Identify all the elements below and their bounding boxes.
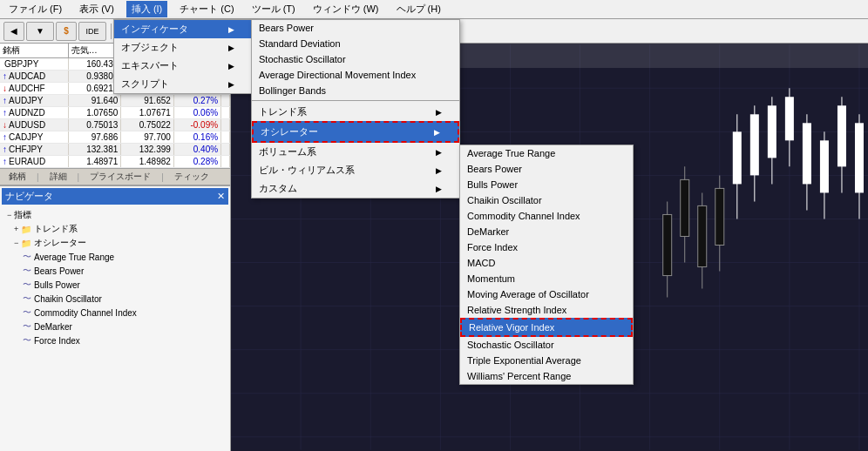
menu-window[interactable]: ウィンドウ (W) <box>308 1 384 17</box>
menu-tools[interactable]: ツール (T) <box>247 1 301 17</box>
folder-trend-icon: 📁 <box>21 225 31 234</box>
nav-item-demarker[interactable]: 〜 DeMarker <box>3 320 227 333</box>
toolbar: ◀ ▼ $ IDE 気配値表示: 04:43:18 <box>0 19 868 44</box>
cell-ask-5: 0.75022 <box>121 119 174 131</box>
cell-extra-2 <box>221 83 230 95</box>
cell-extra-1 <box>221 71 230 83</box>
svg-rect-30 <box>820 140 829 192</box>
svg-rect-42 <box>663 214 672 275</box>
nav-tree-trend[interactable]: + 📁 トレンド系 <box>3 222 227 236</box>
cell-bid-0: 160.434 <box>68 58 121 71</box>
nav-atr-label: Average True Range <box>34 252 114 262</box>
chart-bar-btn[interactable]: ▐ <box>316 47 336 64</box>
cell-symbol-3[interactable]: ↑AUDJPY <box>0 95 68 107</box>
tab-divider1: | <box>37 172 39 182</box>
svg-rect-24 <box>768 105 776 158</box>
toolbar-back-btn[interactable]: ◀ <box>3 22 24 41</box>
nav-tree-oscillator[interactable]: − 📁 オシレーター <box>3 236 227 250</box>
svg-rect-38 <box>698 205 707 266</box>
chart-area: 🔍 🔍 ⊞ ◀▶ ▐ <box>231 44 868 451</box>
cell-symbol-7[interactable]: ↑CHFJPY <box>0 144 68 156</box>
cell-ask-3: 91.652 <box>121 95 174 107</box>
svg-rect-32 <box>837 105 846 166</box>
tab-symbols[interactable]: 銘柄 <box>2 170 33 184</box>
nav-header: ナビゲータ ✕ <box>2 188 228 205</box>
chart-zoom-out-btn[interactable]: 🔍 <box>254 47 273 64</box>
chart-svg <box>231 44 868 451</box>
cell-symbol-4[interactable]: ↑AUDNZD <box>0 107 68 119</box>
cell-symbol-5[interactable]: ↓AUDUSD <box>0 119 68 131</box>
nav-item-atr[interactable]: 〜 Average True Range <box>3 250 227 264</box>
cell-ask-7: 132.399 <box>121 144 174 156</box>
cell-extra-4 <box>221 107 230 119</box>
cell-ask-2: 0.69237 <box>121 83 174 95</box>
nav-item-bulls[interactable]: 〜 Bulls Power <box>3 278 227 292</box>
toolbar-ide-btn[interactable]: IDE <box>78 22 106 41</box>
cell-ask-4: 1.07671 <box>121 107 174 119</box>
cell-symbol-0[interactable]: GBPJPY <box>0 58 68 71</box>
currency-table: 銘柄 売気… GBPJPY 160.434 ↑AUDCAD 0.93804 0.… <box>0 44 230 168</box>
col-change <box>173 44 220 58</box>
cell-bid-1: 0.93804 <box>68 71 121 83</box>
toolbar-sep1 <box>111 24 112 39</box>
nav-trend-label: トレンド系 <box>34 223 78 235</box>
col-pct <box>221 44 230 58</box>
cell-symbol-8[interactable]: ↑EURAUD <box>0 156 68 168</box>
svg-rect-34 <box>855 123 864 192</box>
cell-change-2: -0.15% <box>173 83 220 95</box>
tab-bar: 銘柄 | 詳細 | プライスボード | ティック <box>0 168 230 185</box>
folder-oscillator-icon: 📁 <box>21 239 31 248</box>
cell-symbol-1[interactable]: ↑AUDCAD <box>0 71 68 83</box>
wave-atr-icon: 〜 <box>23 251 31 263</box>
nav-bulls-label: Bulls Power <box>34 280 80 290</box>
col-bid: 売気… <box>68 44 121 58</box>
chart-zoom-in-btn[interactable]: 🔍 <box>233 47 252 64</box>
cell-ask-6: 97.700 <box>121 131 174 144</box>
cell-ask-1: 0.93816 <box>121 71 174 83</box>
svg-rect-28 <box>803 123 811 184</box>
tab-tick[interactable]: ティック <box>167 170 216 184</box>
menu-chart[interactable]: チャート (C) <box>174 1 239 17</box>
nav-root-label: 指標 <box>14 209 31 221</box>
wave-bears-icon: 〜 <box>23 265 31 277</box>
cell-ask-8: 1.48982 <box>121 156 174 168</box>
cell-change-4: 0.06% <box>173 107 220 119</box>
cell-extra-3 <box>221 95 230 107</box>
col-ask <box>121 44 174 58</box>
cell-extra-0 <box>221 58 230 71</box>
nav-panel: ナビゲータ ✕ − 指標 + 📁 トレンド系 − 📁 <box>0 185 230 451</box>
toolbar-combo[interactable]: ▼ <box>26 22 54 41</box>
wave-chaikin-icon: 〜 <box>23 293 31 305</box>
nav-tree-root[interactable]: − 指標 <box>3 208 227 222</box>
cell-symbol-6[interactable]: ↑CADJPY <box>0 131 68 144</box>
left-panel: 銘柄 売気… GBPJPY 160.434 ↑AUDCAD 0.93804 0.… <box>0 44 231 451</box>
tab-detail[interactable]: 詳細 <box>43 170 74 184</box>
chart-scroll-btn[interactable]: ◀▶ <box>295 47 315 64</box>
cell-bid-4: 1.07650 <box>68 107 121 119</box>
toolbar-dollar-btn[interactable]: $ <box>56 22 77 41</box>
wave-bulls-icon: 〜 <box>23 279 31 291</box>
cell-bid-7: 132.381 <box>68 144 121 156</box>
menu-file[interactable]: ファイル (F) <box>3 1 67 17</box>
menu-help[interactable]: ヘルプ (H) <box>391 1 446 17</box>
expand-root: − <box>7 211 11 219</box>
cell-bid-8: 1.48971 <box>68 156 121 168</box>
nav-item-chaikin[interactable]: 〜 Chaikin Oscillator <box>3 292 227 306</box>
col-symbol: 銘柄 <box>0 44 68 58</box>
cell-symbol-2[interactable]: ↓AUDCHF <box>0 83 68 95</box>
menu-view[interactable]: 表示 (V) <box>74 1 119 17</box>
menu-insert[interactable]: 挿入 (I) <box>126 1 167 17</box>
tab-priceboard[interactable]: プライスボード <box>83 170 158 184</box>
nav-item-cci[interactable]: 〜 Commodity Channel Index <box>3 306 227 320</box>
tab-divider3: | <box>161 172 164 182</box>
cell-ask-0 <box>121 58 174 71</box>
wave-demarker-icon: 〜 <box>23 320 31 333</box>
expand-oscillator: − <box>14 239 18 247</box>
cell-change-0 <box>173 58 220 71</box>
nav-close-btn[interactable]: ✕ <box>217 191 225 202</box>
cell-bid-3: 91.640 <box>68 95 121 107</box>
chart-grid-btn[interactable]: ⊞ <box>275 47 294 64</box>
svg-rect-20 <box>733 131 742 184</box>
nav-item-bears[interactable]: 〜 Bears Power <box>3 264 227 278</box>
nav-item-force[interactable]: 〜 Force Index <box>3 333 227 347</box>
